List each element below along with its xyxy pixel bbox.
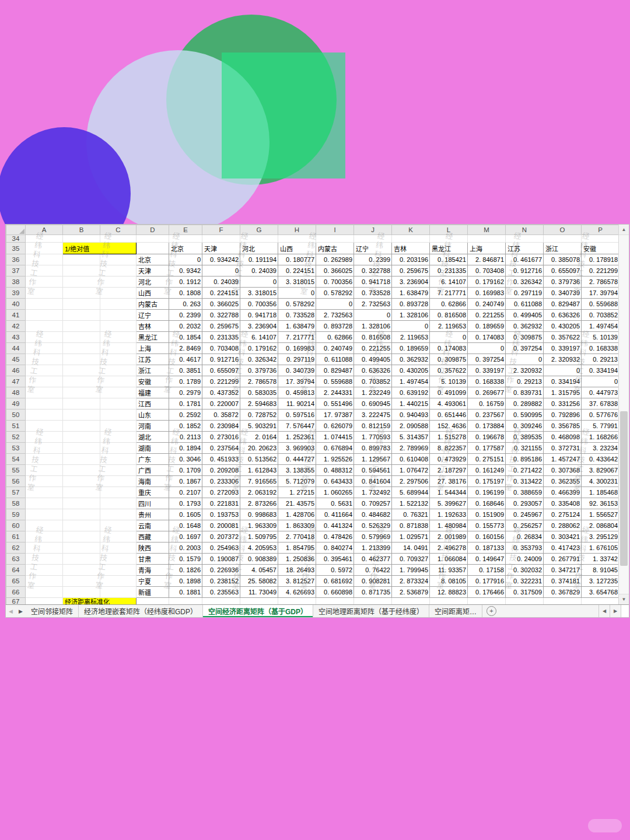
- matrix-row-header-吉林[interactable]: 吉林: [136, 321, 169, 332]
- cell-A58[interactable]: [26, 498, 63, 509]
- row-header-56[interactable]: 56: [6, 476, 26, 487]
- matrix-cell-K55[interactable]: 1. 076472: [392, 465, 430, 476]
- matrix-cell-P59[interactable]: 1. 556527: [582, 509, 619, 520]
- column-header-M[interactable]: M: [468, 225, 506, 235]
- matrix-cell-K64[interactable]: 1. 799945: [392, 565, 430, 576]
- matrix-cell-L53[interactable]: 8. 822357: [430, 443, 468, 454]
- matrix-cell-G57[interactable]: 2. 063192: [240, 487, 278, 498]
- cell-M34[interactable]: [468, 235, 506, 243]
- row-header-51[interactable]: 51: [6, 421, 26, 432]
- matrix-cell-G63[interactable]: 0. 908389: [240, 554, 278, 565]
- matrix-cell-G61[interactable]: 1. 509795: [240, 531, 278, 542]
- cell-B63[interactable]: [63, 554, 100, 565]
- matrix-cell-F52[interactable]: 0. 273016: [202, 432, 240, 443]
- matrix-cell-G51[interactable]: 5. 903291: [240, 421, 278, 432]
- matrix-cell-M53[interactable]: 0. 177587: [468, 443, 506, 454]
- matrix-cell-P39[interactable]: 17. 39794: [582, 288, 619, 299]
- matrix-cell-G62[interactable]: 4. 205953: [240, 542, 278, 554]
- matrix-cell-J54[interactable]: 1. 129567: [354, 454, 392, 465]
- row-header-44[interactable]: 44: [6, 343, 26, 354]
- tabs-scroll-left-icon[interactable]: ◀: [6, 605, 16, 617]
- matrix-cell-M39[interactable]: 0. 169983: [468, 288, 506, 299]
- matrix-cell-E63[interactable]: 0. 1579: [169, 554, 202, 565]
- cell-A51[interactable]: [26, 421, 63, 432]
- matrix-cell-O43[interactable]: 0. 357622: [544, 332, 582, 343]
- matrix-cell-E49[interactable]: 0. 1781: [169, 398, 202, 410]
- matrix-cell-O59[interactable]: 0. 275124: [544, 509, 582, 520]
- matrix-cell-F58[interactable]: 0. 221831: [202, 498, 240, 509]
- matrix-cell-H41[interactable]: 0. 733528: [278, 310, 316, 321]
- row-header-59[interactable]: 59: [6, 509, 26, 520]
- matrix-cell-K56[interactable]: 2. 297506: [392, 476, 430, 487]
- matrix-cell-J39[interactable]: 0. 733528: [354, 288, 392, 299]
- row-header-40[interactable]: 40: [6, 299, 26, 310]
- cell-B66[interactable]: [63, 587, 100, 598]
- matrix-cell-H63[interactable]: 1. 250836: [278, 554, 316, 565]
- matrix-cell-M42[interactable]: 0. 189659: [468, 321, 506, 332]
- matrix-cell-N45[interactable]: 0: [506, 354, 544, 365]
- cell-B49[interactable]: [63, 398, 100, 410]
- matrix-row-header-湖北[interactable]: 湖北: [136, 432, 169, 443]
- cell-A54[interactable]: [26, 454, 63, 465]
- cell-M67[interactable]: [468, 598, 506, 605]
- matrix-cell-E46[interactable]: 0. 3851: [169, 365, 202, 376]
- matrix-cell-H43[interactable]: 7. 217771: [278, 332, 316, 343]
- cell-C59[interactable]: [100, 509, 136, 520]
- cell-B39[interactable]: [63, 288, 100, 299]
- cell-C65[interactable]: [100, 576, 136, 587]
- matrix-cell-E55[interactable]: 0. 1709: [169, 465, 202, 476]
- matrix-cell-N38[interactable]: 0. 326342: [506, 276, 544, 288]
- row-header-39[interactable]: 39: [6, 288, 26, 299]
- matrix-row-header-福建[interactable]: 福建: [136, 387, 169, 398]
- cell-B45[interactable]: [63, 354, 100, 365]
- matrix-cell-L50[interactable]: 0. 651446: [430, 410, 468, 421]
- matrix-cell-H58[interactable]: 21. 43575: [278, 498, 316, 509]
- cell-A45[interactable]: [26, 354, 63, 365]
- matrix-cell-H42[interactable]: 1. 638479: [278, 321, 316, 332]
- matrix-row-header-山西[interactable]: 山西: [136, 288, 169, 299]
- matrix-cell-P63[interactable]: 1. 33742: [582, 554, 619, 565]
- matrix-cell-G59[interactable]: 0. 998683: [240, 509, 278, 520]
- matrix-cell-G48[interactable]: 0. 583035: [240, 387, 278, 398]
- matrix-cell-P41[interactable]: 0. 703852: [582, 310, 619, 321]
- matrix-cell-P52[interactable]: 1. 168266: [582, 432, 619, 443]
- cell-A60[interactable]: [26, 520, 63, 531]
- cell-A34[interactable]: [26, 235, 63, 243]
- matrix-cell-E65[interactable]: 0. 1898: [169, 576, 202, 587]
- matrix-cell-L55[interactable]: 2. 187297: [430, 465, 468, 476]
- cell-A43[interactable]: [26, 332, 63, 343]
- column-header-N[interactable]: N: [506, 225, 544, 235]
- matrix-cell-M36[interactable]: 2. 846871: [468, 254, 506, 265]
- matrix-cell-N41[interactable]: 0. 499405: [506, 310, 544, 321]
- cell-C45[interactable]: [100, 354, 136, 365]
- matrix-cell-F63[interactable]: 0. 190087: [202, 554, 240, 565]
- matrix-cell-N54[interactable]: 0. 895186: [506, 454, 544, 465]
- matrix-cell-L42[interactable]: 2. 119653: [430, 321, 468, 332]
- row-header-55[interactable]: 55: [6, 465, 26, 476]
- row-header-64[interactable]: 64: [6, 565, 26, 576]
- matrix-cell-N42[interactable]: 0. 362932: [506, 321, 544, 332]
- matrix-cell-K49[interactable]: 1. 440215: [392, 398, 430, 410]
- matrix-cell-K63[interactable]: 0. 709327: [392, 554, 430, 565]
- matrix-col-header-河北[interactable]: 河北: [240, 243, 278, 254]
- matrix-cell-F54[interactable]: 0. 451933: [202, 454, 240, 465]
- cell-N34[interactable]: [506, 235, 544, 243]
- matrix-cell-N53[interactable]: 0. 321155: [506, 443, 544, 454]
- matrix-cell-K60[interactable]: 0. 871838: [392, 520, 430, 531]
- matrix-cell-I38[interactable]: 0. 700356: [316, 276, 354, 288]
- matrix-cell-K58[interactable]: 1. 522132: [392, 498, 430, 509]
- cell-C36[interactable]: [100, 254, 136, 265]
- cell-C43[interactable]: [100, 332, 136, 343]
- matrix-cell-F62[interactable]: 0. 254963: [202, 542, 240, 554]
- matrix-cell-O55[interactable]: 0. 307368: [544, 465, 582, 476]
- matrix-cell-F43[interactable]: 0. 231335: [202, 332, 240, 343]
- matrix-cell-N63[interactable]: 0. 24009: [506, 554, 544, 565]
- matrix-cell-I39[interactable]: 0. 578292: [316, 288, 354, 299]
- vertical-scrollbar[interactable]: ▲ ▼: [618, 225, 629, 604]
- matrix-cell-H44[interactable]: 0. 169983: [278, 343, 316, 354]
- matrix-cell-N65[interactable]: 0. 322231: [506, 576, 544, 587]
- matrix-cell-J53[interactable]: 0. 899783: [354, 443, 392, 454]
- matrix-col-header-浙江[interactable]: 浙江: [544, 243, 582, 254]
- matrix-cell-F48[interactable]: 0. 437352: [202, 387, 240, 398]
- matrix-cell-O58[interactable]: 0. 335408: [544, 498, 582, 509]
